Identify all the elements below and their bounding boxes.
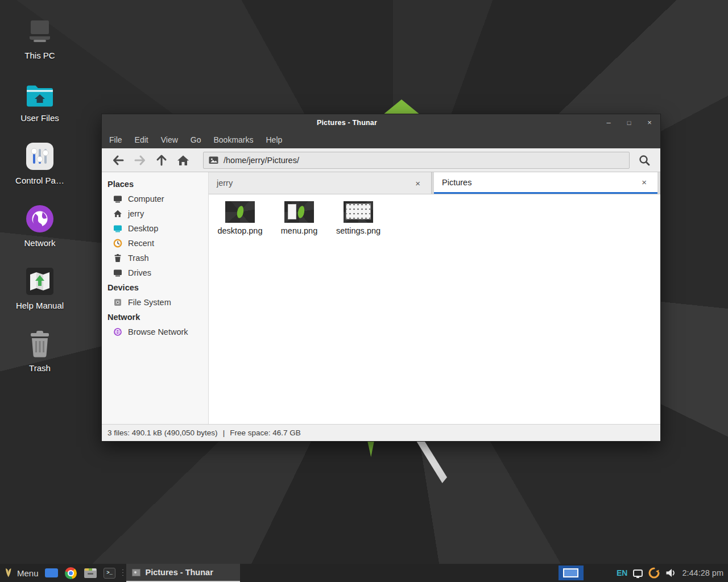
taskbar-window-button[interactable]: Pictures - Thunar	[126, 564, 240, 582]
menu-file[interactable]: File	[103, 132, 129, 147]
thunar-task-icon	[132, 569, 140, 576]
keyboard-layout-indicator[interactable]: EN	[617, 568, 627, 577]
menu-edit[interactable]: Edit	[129, 132, 155, 147]
task-label: Pictures - Thunar	[146, 568, 213, 577]
home-button[interactable]	[172, 151, 194, 169]
file-manager-launcher[interactable]	[81, 564, 100, 582]
network-globe-icon	[26, 203, 54, 233]
menu-view[interactable]: View	[155, 132, 184, 147]
menu-bar: File Edit View Go Bookmarks Help	[102, 131, 660, 148]
status-bar: 3 files: 490.1 kB (490,050 bytes) | Free…	[102, 424, 660, 441]
mint-logo-icon	[3, 567, 13, 579]
desktop-icon-control-panel[interactable]: Control Pa…	[9, 141, 71, 185]
wallpaper-mint-logo-peak	[383, 99, 420, 115]
desktop-icon-this-pc[interactable]: This PC	[9, 16, 71, 60]
file-view[interactable]: desktop.png menu.png settings.png	[209, 194, 660, 424]
start-menu-button[interactable]: Menu	[0, 564, 42, 582]
recent-clock-icon	[113, 239, 122, 248]
file-name: menu.png	[281, 226, 318, 235]
show-desktop-button[interactable]	[42, 564, 61, 582]
image-thumbnail	[344, 201, 373, 223]
up-button[interactable]	[151, 151, 172, 169]
sidebar-item-desktop[interactable]: Desktop	[102, 221, 208, 236]
sidebar-item-trash[interactable]: Trash	[102, 251, 208, 265]
tab-close-icon[interactable]: ×	[412, 177, 423, 189]
taskbar-clock[interactable]: 2:44:28 pm	[682, 568, 723, 577]
sidebar-item-label: Computer	[128, 194, 164, 203]
terminal-launcher[interactable]: >_	[100, 564, 119, 582]
sidebar-item-label: File System	[128, 298, 171, 307]
file-cabinet-icon	[84, 568, 97, 578]
sidebar-item-computer[interactable]: Computer	[102, 192, 208, 206]
tab-pictures[interactable]: Pictures ×	[434, 172, 657, 194]
sidebar: Places Computer jerry Desktop	[102, 172, 209, 424]
desktop-icon-label: Network	[24, 238, 55, 248]
forward-arrow-icon	[134, 155, 146, 166]
menu-label: Menu	[17, 568, 39, 578]
status-divider: |	[223, 429, 225, 437]
menu-bookmarks[interactable]: Bookmarks	[207, 132, 259, 147]
update-manager-icon[interactable]	[648, 567, 660, 579]
file-desktop-png[interactable]: desktop.png	[212, 201, 268, 235]
tab-bar: jerry × Pictures ×	[209, 172, 660, 194]
sidebar-item-drives[interactable]: Drives	[102, 265, 208, 280]
desktop-icon-network[interactable]: Network	[9, 203, 71, 248]
desktop-icon-label: User Files	[20, 113, 59, 123]
computer-icon	[113, 194, 122, 203]
thunar-window: Pictures - Thunar – □ × File Edit View G…	[101, 114, 661, 442]
sidebar-item-file-system[interactable]: File System	[102, 295, 208, 310]
desktop-icon-label: Help Manual	[16, 301, 64, 310]
back-button[interactable]	[107, 151, 129, 169]
up-arrow-icon	[156, 154, 167, 167]
desktop-icon-user-files[interactable]: User Files	[9, 78, 71, 123]
file-menu-png[interactable]: menu.png	[271, 201, 327, 235]
desktop-icon-label: Control Pa…	[15, 176, 64, 185]
home-icon	[113, 209, 122, 218]
wallpaper-white-blade	[413, 441, 447, 483]
help-manual-icon	[26, 266, 54, 296]
chrome-launcher[interactable]	[61, 564, 81, 582]
path-bar[interactable]: /home/jerry/Pictures/	[203, 152, 630, 169]
status-free-space: Free space: 46.7 GB	[230, 429, 301, 437]
show-desktop-icon	[45, 568, 58, 577]
wallpaper-green-sliver	[367, 441, 375, 457]
file-settings-png[interactable]: settings.png	[330, 201, 386, 235]
tab-close-icon[interactable]: ×	[639, 176, 650, 188]
forward-button[interactable]	[129, 151, 151, 169]
back-arrow-icon	[112, 155, 125, 166]
maximize-button[interactable]: □	[625, 119, 633, 126]
sidebar-item-recent[interactable]: Recent	[102, 236, 208, 251]
desktop-icon-help-manual[interactable]: Help Manual	[9, 266, 71, 310]
trash-icon	[27, 329, 53, 358]
desktop-icon-label: Trash	[29, 363, 51, 373]
desktop-icon-trash[interactable]: Trash	[9, 329, 71, 373]
menu-help[interactable]: Help	[260, 132, 289, 147]
volume-icon[interactable]	[665, 568, 676, 578]
tab-jerry[interactable]: jerry ×	[209, 172, 432, 194]
sidebar-item-browse-network[interactable]: Browse Network	[102, 325, 208, 339]
workspace-switcher[interactable]	[559, 566, 584, 580]
close-button[interactable]: ×	[646, 118, 653, 127]
sidebar-header-network: Network	[102, 310, 208, 325]
window-title: Pictures - Thunar	[102, 114, 592, 131]
taskbar-separator[interactable]	[121, 568, 125, 578]
desktop-icon	[113, 224, 122, 233]
file-name: desktop.png	[217, 226, 262, 235]
trash-icon	[113, 253, 122, 263]
sidebar-item-jerry[interactable]: jerry	[102, 206, 208, 221]
sidebar-item-label: Trash	[128, 253, 149, 263]
sidebar-item-label: Desktop	[128, 224, 158, 233]
menu-go[interactable]: Go	[184, 132, 208, 147]
terminal-icon: >_	[104, 568, 115, 579]
search-button[interactable]	[634, 151, 655, 169]
home-folder-icon	[25, 78, 55, 108]
path-text: /home/jerry/Pictures/	[224, 156, 299, 165]
workspace-window-preview	[563, 568, 578, 577]
pc-icon	[24, 16, 56, 45]
display-settings-icon[interactable]	[633, 569, 643, 577]
toolbar: /home/jerry/Pictures/	[102, 148, 660, 172]
minimize-button[interactable]: –	[605, 118, 613, 127]
status-files-summary: 3 files: 490.1 kB (490,050 bytes)	[107, 429, 218, 437]
window-titlebar[interactable]: Pictures - Thunar – □ ×	[102, 114, 660, 131]
sidebar-item-label: jerry	[128, 209, 144, 218]
